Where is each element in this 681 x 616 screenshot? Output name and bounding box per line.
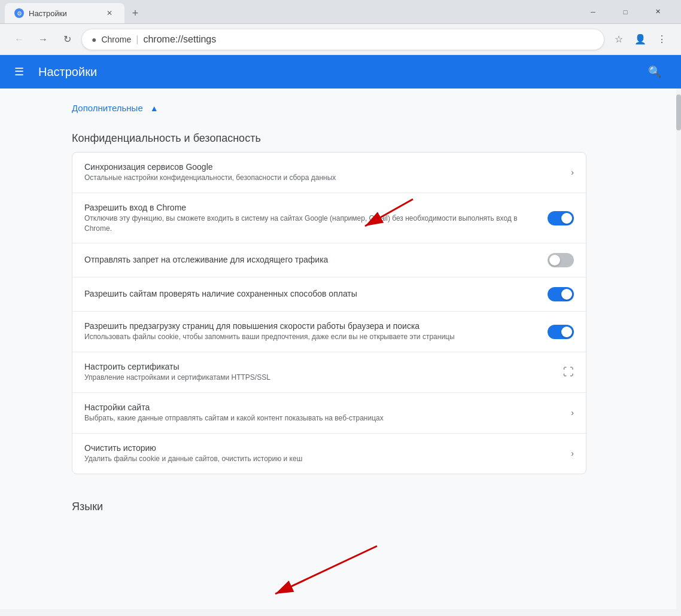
certificates-content: Настроить сертификаты Управление настрой… xyxy=(84,362,554,383)
tab-title: Настройки xyxy=(29,9,99,18)
scrollbar-track[interactable] xyxy=(676,89,681,609)
payment-toggle[interactable] xyxy=(548,287,574,301)
dnt-item[interactable]: Отправлять запрет на отслеживание для ис… xyxy=(72,243,586,277)
clear-history-item[interactable]: Очистить историю Удалить файлы cookie и … xyxy=(72,434,586,474)
preload-toggle[interactable] xyxy=(548,325,574,339)
site-settings-item[interactable]: Настройки сайта Выбрать, какие данные от… xyxy=(72,393,586,434)
payment-content: Разрешить сайтам проверять наличие сохра… xyxy=(84,289,538,300)
titlebar: Настройки ✕ + ─ □ ✕ xyxy=(0,0,681,24)
page-title: Настройки xyxy=(38,65,628,79)
tab-bar: Настройки ✕ + xyxy=(5,0,144,23)
preload-title: Разрешить предзагрузку страниц для повыш… xyxy=(84,321,538,331)
site-settings-action: › xyxy=(571,408,574,417)
dnt-toggle-container[interactable] xyxy=(548,253,574,267)
google-sync-desc: Остальные настройки конфиденциальности, … xyxy=(84,173,561,183)
google-sync-item[interactable]: Синхронизация сервисов Google Остальные … xyxy=(72,153,586,193)
back-button[interactable]: ← xyxy=(10,30,29,49)
advanced-section-header[interactable]: Дополнительные ▲ xyxy=(72,89,586,123)
tab-close-button[interactable]: ✕ xyxy=(104,8,115,19)
dnt-title: Отправлять запрет на отслеживание для ис… xyxy=(84,255,538,264)
reload-button[interactable]: ↻ xyxy=(57,30,77,49)
window-controls: ─ □ ✕ xyxy=(579,4,671,20)
google-sync-content: Синхронизация сервисов Google Остальные … xyxy=(84,162,561,183)
toggle-knob xyxy=(561,213,572,224)
certificates-item[interactable]: Настроить сертификаты Управление настрой… xyxy=(72,352,586,393)
clear-history-content: Очистить историю Удалить файлы cookie и … xyxy=(84,443,561,464)
preload-content: Разрешить предзагрузку страниц для повыш… xyxy=(84,321,538,342)
site-settings-content: Настройки сайта Выбрать, какие данные от… xyxy=(84,402,561,423)
url-brand: Chrome xyxy=(101,35,131,44)
security-icon: ● xyxy=(92,35,96,44)
certificates-desc: Управление настройками и сертификатами H… xyxy=(84,373,554,383)
advanced-arrow-icon: ▲ xyxy=(150,103,159,113)
forward-button[interactable]: → xyxy=(34,30,53,49)
chevron-right-icon: › xyxy=(571,449,574,458)
tab-favicon xyxy=(14,8,24,18)
new-tab-button[interactable]: + xyxy=(127,5,144,22)
close-button[interactable]: ✕ xyxy=(644,4,671,20)
allow-signin-desc: Отключив эту функцию, вы сможете входить… xyxy=(84,214,538,234)
clear-history-title: Очистить историю xyxy=(84,443,561,453)
content-area: Дополнительные ▲ Конфиденциальность и бе… xyxy=(0,89,658,518)
toolbar-icons: ☆ 👤 ⋮ xyxy=(609,30,671,49)
google-sync-title: Синхронизация сервисов Google xyxy=(84,162,561,172)
toggle-knob xyxy=(549,255,560,266)
allow-signin-title: Разрешить вход в Chrome xyxy=(84,203,538,212)
preload-desc: Использовать файлы cookie, чтобы запомни… xyxy=(84,332,538,342)
search-button[interactable]: 🔍 xyxy=(643,60,667,84)
minimize-button[interactable]: ─ xyxy=(579,4,607,20)
clear-history-desc: Удалить файлы cookie и данные сайтов, оч… xyxy=(84,454,561,464)
payment-item[interactable]: Разрешить сайтам проверять наличие сохра… xyxy=(72,277,586,312)
languages-section: Языки xyxy=(72,489,586,518)
settings-header: ☰ Настройки 🔍 xyxy=(0,55,681,89)
toggle-knob xyxy=(561,327,572,337)
annotation-arrow-2 xyxy=(263,540,383,612)
privacy-settings-card: Синхронизация сервисов Google Остальные … xyxy=(72,152,586,474)
allow-signin-toggle-container[interactable] xyxy=(548,211,574,225)
active-tab[interactable]: Настройки ✕ xyxy=(5,3,124,23)
preload-item[interactable]: Разрешить предзагрузку страниц для повыш… xyxy=(72,312,586,352)
dnt-content: Отправлять запрет на отслеживание для ис… xyxy=(84,255,538,266)
bookmark-button[interactable]: ☆ xyxy=(609,30,628,49)
settings-body: Дополнительные ▲ Конфиденциальность и бе… xyxy=(0,89,681,609)
certificates-action: ⛶ xyxy=(563,366,574,379)
url-bar[interactable]: ● Chrome | chrome://settings xyxy=(81,29,604,50)
maximize-button[interactable]: □ xyxy=(612,4,639,20)
toggle-knob xyxy=(561,289,572,300)
url-path: chrome://settings xyxy=(143,34,216,45)
clear-history-action: › xyxy=(571,449,574,458)
allow-signin-item[interactable]: Разрешить вход в Chrome Отключив эту фун… xyxy=(72,193,586,244)
hamburger-icon[interactable]: ☰ xyxy=(14,65,24,78)
site-settings-title: Настройки сайта xyxy=(84,402,561,412)
allow-signin-toggle[interactable] xyxy=(548,211,574,225)
preload-toggle-container[interactable] xyxy=(548,325,574,339)
external-link-icon: ⛶ xyxy=(563,366,574,379)
payment-toggle-container[interactable] xyxy=(548,287,574,301)
advanced-label[interactable]: Дополнительные xyxy=(72,103,143,113)
certificates-title: Настроить сертификаты xyxy=(84,362,554,371)
dnt-toggle[interactable] xyxy=(548,253,574,267)
menu-button[interactable]: ⋮ xyxy=(652,30,671,49)
scrollbar-thumb[interactable] xyxy=(676,94,681,130)
chevron-right-icon: › xyxy=(571,408,574,417)
svg-line-3 xyxy=(275,546,377,594)
profile-button[interactable]: 👤 xyxy=(631,30,650,49)
languages-title: Языки xyxy=(72,501,586,513)
privacy-section-title: Конфиденциальность и безопасность xyxy=(72,123,586,152)
chevron-right-icon: › xyxy=(571,167,574,177)
site-settings-desc: Выбрать, какие данные отправлять сайтам … xyxy=(84,413,561,423)
payment-title: Разрешить сайтам проверять наличие сохра… xyxy=(84,289,538,298)
address-bar: ← → ↻ ● Chrome | chrome://settings ☆ 👤 ⋮ xyxy=(0,24,681,55)
url-separator: | xyxy=(136,34,138,45)
allow-signin-content: Разрешить вход в Chrome Отключив эту фун… xyxy=(84,203,538,234)
google-sync-action: › xyxy=(571,167,574,177)
